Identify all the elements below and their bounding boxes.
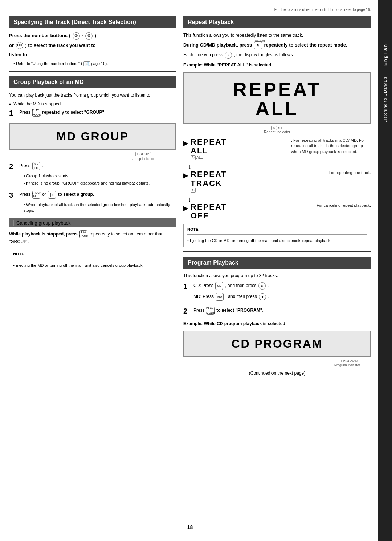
program-indicator-area: — PROGRAM Program indicator	[183, 359, 371, 367]
step2-bullet2: If there is no group, "GROUP" disappears…	[24, 180, 176, 186]
repeat-note-header: NOTE	[187, 227, 367, 231]
md-btn-icon: MD	[216, 293, 224, 301]
md-group-display: MD GROUP	[9, 123, 176, 149]
group-playback-body: You can play back just the tracks from a…	[9, 92, 176, 98]
play-mode-icon-3: PLAYMODE	[207, 307, 215, 315]
during-cd-text: During CD/MD playback, press REPEAT ↻ re…	[183, 41, 371, 49]
repeat-note-divider	[187, 234, 367, 235]
repeat-playback-header: Repeat Playback	[183, 16, 371, 28]
repeat-all-desc: : For repeating all tracks in a CD/ MD. …	[291, 138, 371, 154]
step2-bullet1: Group 1 playback starts.	[24, 173, 176, 179]
listen-to-text: listen to.	[9, 51, 176, 58]
repeat-text: REPEAT	[191, 80, 363, 99]
play-mode-icon-2: PLAYMODE	[79, 230, 87, 238]
repeat-off-desc: : For canceling repeat playback.	[314, 203, 371, 208]
direct-track-section: Specifying the Track (Direct Track Selec…	[9, 16, 176, 66]
program-step-1-content: CD: Press CD , and then press ● . MD: Pr…	[193, 282, 371, 304]
or-plus10-text: or +10 ) to select the track you want to	[9, 42, 176, 49]
repeat-indicator-label: Repeat indicator	[264, 130, 290, 134]
track-icon-indicator: ↻	[191, 188, 326, 193]
repeat-indicator-row: ↻ ALL Repeat indicator	[183, 126, 371, 134]
divider-2	[183, 251, 371, 252]
cd-program-text: CD PROGRAM	[191, 337, 363, 351]
step-2: 2 Press MDCD . Group 1 playback starts. …	[9, 162, 176, 188]
top-notice: For the locations of remote control butt…	[9, 7, 371, 12]
repeat-btn-icon: REPEAT ↻	[254, 41, 262, 49]
enter-btn-icon-2: ●	[259, 293, 266, 300]
repeat-off-title-line1: REPEAT	[191, 203, 314, 211]
step-number-2: 2	[9, 162, 19, 171]
cds-mds-label: Listening to CDs/MDs	[383, 77, 387, 122]
btn-10-icon: ⑩	[85, 32, 93, 40]
page-number: 18	[9, 524, 371, 530]
repeat-note-box: NOTE Ejecting the CD or MD, or turning o…	[183, 224, 371, 247]
group-note-text: Ejecting the MD or turning off the main …	[13, 262, 172, 269]
down-arrow-1: ↓	[188, 163, 371, 170]
program-step-number-1: 1	[183, 282, 193, 291]
step-number-3: 3	[9, 191, 19, 199]
repeat-body: This function allows you to repeatedly l…	[183, 32, 371, 39]
group-skip-icon: GROUPSKIP	[32, 191, 40, 199]
example-header-repeat: Example: While "REPEAT ALL" is selected	[183, 62, 371, 68]
continued-text: (Continued on the next page)	[183, 371, 371, 376]
btn-1-icon: ①	[73, 32, 80, 40]
play-mode-icon: PLAYMODE	[32, 109, 40, 117]
prev-icon: |◁	[48, 191, 56, 199]
repeat-track-title-line2: TRACK	[191, 179, 326, 188]
repeat-small-icon: ↻	[225, 52, 232, 59]
program-playback-section: Program Playback This function allows yo…	[183, 257, 371, 376]
while-stopped-label: While the MD is stopped	[9, 101, 176, 106]
repeat-all-display: REPEAT ALL	[183, 72, 371, 124]
program-playback-header: Program Playback	[183, 257, 371, 269]
repeat-off-label: REPEAT OFF	[191, 203, 314, 220]
md-group-text: MD GROUP	[17, 129, 168, 143]
enter-btn-icon: ●	[258, 282, 266, 290]
down-arrow-2: ↓	[188, 195, 371, 203]
group-playback-section: Group Playback of an MD You can play bac…	[9, 76, 176, 271]
group-playback-header: Group Playback of an MD	[9, 76, 176, 88]
program-body: This function allows you program up to 3…	[183, 272, 371, 279]
repeat-track-label: REPEAT TRACK ↻	[191, 170, 326, 192]
repeat-track-item: ▶ REPEAT TRACK ↻ : For repeating one tra…	[183, 170, 371, 192]
repeat-all-label: REPEAT ALL ↻ ALL	[191, 138, 291, 160]
repeat-off-title-line2: OFF	[191, 211, 314, 220]
repeat-playback-section: Repeat Playback This function allows you…	[183, 16, 371, 247]
all-indicator-label: ↻ ALL	[271, 126, 283, 130]
step-2-content: Press MDCD . Group 1 playback starts. If…	[19, 162, 176, 188]
repeat-track-desc: : For repeating one track.	[326, 170, 371, 175]
btn-plus10-icon: +10	[16, 42, 23, 49]
refer-text: Refer to "Using the number buttons" ( 📄 …	[13, 61, 176, 67]
repeat-all-title-line1: REPEAT	[191, 138, 291, 146]
group-indicator-text: Group indicator	[132, 157, 154, 161]
all-text: ALL	[191, 99, 363, 118]
canceling-header: Canceling group playback	[9, 218, 176, 227]
program-indicator-label: — PROGRAM	[336, 359, 358, 363]
repeat-note-text: Ejecting the CD or MD, or turning off th…	[187, 238, 367, 244]
program-example-header: Example: While CD program playback is se…	[183, 320, 371, 327]
note-divider	[13, 259, 172, 259]
arrow-track: ▶	[183, 171, 188, 179]
program-step-1: 1 CD: Press CD , and then press ● . MD: …	[183, 282, 371, 304]
cd-btn-icon: CD	[215, 282, 223, 290]
cd-program-display: CD PROGRAM	[183, 331, 371, 357]
canceling-body: While playback is stopped, press PLAYMOD…	[9, 230, 176, 245]
repeat-off-item: ▶ REPEAT OFF : For canceling repeat play…	[183, 203, 371, 220]
press-number-text: Press the number buttons ( ① - ⑩ )	[9, 32, 176, 40]
program-step-2: 2 Press PLAYMODE to select "PROGRAM".	[183, 307, 371, 318]
group-indicator-label: GROUP	[135, 152, 151, 156]
program-step-number-2: 2	[183, 307, 193, 315]
step1-bold-text: repeatedly to select "GROUP".	[42, 110, 105, 115]
step-1-content: Press PLAYMODE repeatedly to select "GRO…	[19, 109, 176, 120]
step3-bullet: When playback of all tracks in the selec…	[24, 202, 176, 214]
repeat-flow: ▶ REPEAT ALL ↻ ALL : For repeating all t…	[183, 138, 371, 220]
group-note-header: NOTE	[13, 252, 172, 256]
step-3-content: Press GROUPSKIP or |◁ to select a group.…	[19, 191, 176, 215]
program-step-2-content: Press PLAYMODE to select "PROGRAM".	[193, 307, 371, 318]
step-1: 1 Press PLAYMODE repeatedly to select "G…	[9, 109, 176, 120]
md-cd-icon: MDCD	[32, 162, 40, 170]
step3-bold: to select a group.	[58, 192, 94, 197]
repeat-all-item: ▶ REPEAT ALL ↻ ALL : For repeating all t…	[183, 138, 371, 160]
repeat-all-title-line2: ALL	[191, 146, 291, 155]
program-label-text: Program indicator	[334, 363, 360, 367]
direct-track-header: Specifying the Track (Direct Track Selec…	[9, 16, 176, 28]
